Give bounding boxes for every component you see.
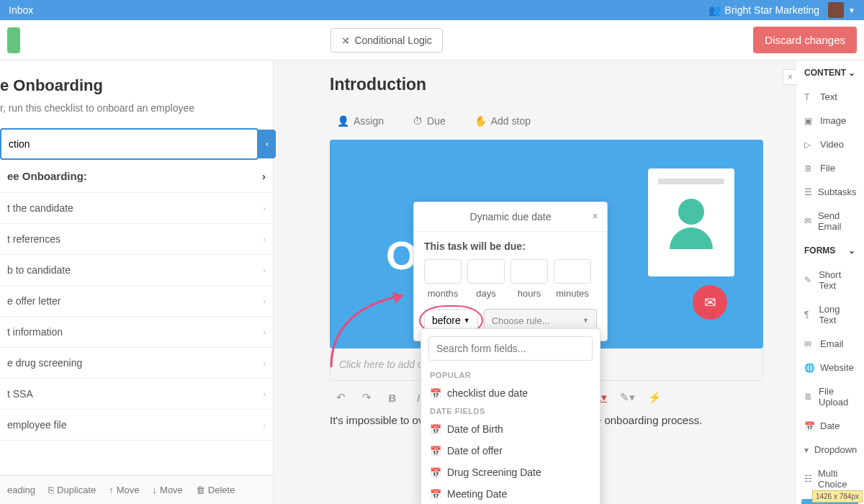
image-icon: ▣ [804,116,814,126]
hours-input[interactable] [510,259,548,284]
hand-icon: ✋ [474,115,487,127]
step-item[interactable]: t the candidate› [0,193,273,224]
chevron-right-icon: › [263,420,266,429]
content-subtasks[interactable]: ☰Subtasks [796,180,864,204]
hours-label: hours [510,288,548,299]
envelope-icon: ✉ [704,294,716,311]
step-item[interactable]: employee file› [0,410,273,441]
calendar-icon: 📅 [430,467,441,478]
right-panel: × CONTENT⌄ TText ▣Image ▷Video 🗎File ☰Su… [795,60,864,504]
content-image[interactable]: ▣Image [796,109,864,132]
chevron-down-icon[interactable]: ▼ [848,6,855,14]
redo-button[interactable]: ↷ [360,391,373,404]
chevron-right-icon: › [263,204,266,212]
rule-dropdown: POPULAR 📅checklist due date DATE FIELDS … [420,328,600,504]
chevron-down-icon: ⌄ [848,68,855,78]
calendar-icon: 📅 [430,424,441,435]
form-longtext[interactable]: ¶Long Text [796,297,864,332]
popular-header: POPULAR [428,368,593,382]
days-input[interactable] [467,259,505,284]
left-panel: e Onboarding r, run this checklist to on… [0,60,274,504]
step-heading: Introduction [330,75,763,105]
search-fields-input[interactable] [428,336,593,361]
step-item[interactable]: b to candidate› [0,255,273,286]
delete-button[interactable]: 🗑Delete [196,485,235,495]
step-item[interactable]: e drug screening› [0,348,273,379]
chevron-right-icon: › [263,235,266,243]
globe-icon: 🌐 [804,363,814,373]
undo-button[interactable]: ↶ [334,391,347,404]
duplicate-button[interactable]: ⎘Duplicate [48,485,96,495]
org-switcher[interactable]: 👥 Bright Star Marketing [708,4,820,16]
content-file[interactable]: 🗎File [796,156,864,180]
form-email[interactable]: ✉Email [796,332,864,356]
topbar: Inbox 👥 Bright Star Marketing ▼ [0,0,864,20]
form-website[interactable]: 🌐Website [796,356,864,379]
highlight-button[interactable]: ✎▾ [620,391,635,404]
clear-format-button[interactable]: ⚡ [648,391,662,404]
months-label: months [424,288,462,299]
avatar[interactable] [828,2,844,18]
chevron-right-icon: › [263,266,266,274]
months-input[interactable] [424,259,462,284]
content-text[interactable]: TText [796,85,864,109]
bold-button[interactable]: B [386,392,399,404]
date-fields-header: DATE FIELDS [428,404,593,418]
copy-icon: ⎘ [48,485,54,495]
shorttext-icon: ✎ [804,275,813,285]
close-panel-button[interactable]: × [783,69,797,85]
file-icon: 🗎 [804,163,814,174]
file-icon: 🗎 [804,392,813,402]
text-icon: T [804,92,814,102]
dropdown-item[interactable]: 📅Meeting Date [428,483,593,504]
video-icon: ▷ [804,140,814,150]
step-actions: 👤Assign ⏱Due ✋Add stop [330,105,763,140]
content-section-header[interactable]: CONTENT⌄ [796,60,864,85]
section-header[interactable]: ee Onboarding: › [0,160,273,193]
clock-icon: ⏱ [413,115,423,127]
active-step[interactable]: ction ‹ [0,128,258,160]
chevron-right-icon: › [262,170,266,182]
conditional-logic-button[interactable]: ⤨ Conditional Logic [330,28,442,53]
dropdown-item[interactable]: 📅checklist due date [428,382,593,404]
section-header-label: ee Onboarding: [7,170,87,182]
form-dropdown[interactable]: ▾Dropdown [796,438,864,462]
save-button[interactable] [7,27,20,53]
form-shorttext[interactable]: ✎Short Text [796,263,864,297]
due-button[interactable]: ⏱Due [413,115,446,127]
heading-button[interactable]: eading [7,485,35,495]
close-icon[interactable]: × [592,210,598,222]
dropdown-item[interactable]: 📅Drug Screening Date [428,462,593,483]
forms-section-header[interactable]: FORMS⌄ [796,238,864,263]
longtext-icon: ¶ [804,310,814,320]
add-stop-button[interactable]: ✋Add stop [474,115,531,127]
popover-title: Dynamic due date [470,211,552,222]
step-item[interactable]: e offer letter› [0,286,273,317]
due-date-popover: Dynamic due date × This task will be due… [413,202,608,341]
content-video[interactable]: ▷Video [796,132,864,156]
calendar-icon: 📅 [430,446,441,456]
content-sendemail[interactable]: ✉Send Email [796,204,864,238]
mail-button[interactable]: ✉ [693,285,727,320]
step-item[interactable]: t references› [0,224,273,255]
move-up-button[interactable]: ↑Move [109,485,139,495]
inbox-link[interactable]: Inbox [9,4,33,16]
dropdown-item[interactable]: 📅Date of offer [428,440,593,462]
minutes-input[interactable] [554,259,591,284]
form-date[interactable]: 📅Date [796,414,864,438]
move-down-button[interactable]: ↓Move [153,485,183,495]
assign-button[interactable]: 👤Assign [337,115,384,127]
profile-card-graphic [648,168,734,276]
chevron-right-icon: › [263,328,266,336]
caret-down-icon: ▼ [464,317,470,324]
discard-button[interactable]: Discard changes [753,27,857,53]
envelope-icon: ✉ [804,339,814,349]
form-fileupload[interactable]: 🗎File Upload [796,379,864,414]
step-item[interactable]: t SSA› [0,379,273,410]
dropdown-icon: ▾ [804,445,809,455]
chevron-right-icon: › [263,297,266,305]
dropdown-item[interactable]: 📅Date of Birth [428,418,593,440]
multichoice-icon: ☷ [804,474,812,484]
conditional-logic-label: Conditional Logic [354,35,431,46]
step-item[interactable]: t information› [0,317,273,348]
